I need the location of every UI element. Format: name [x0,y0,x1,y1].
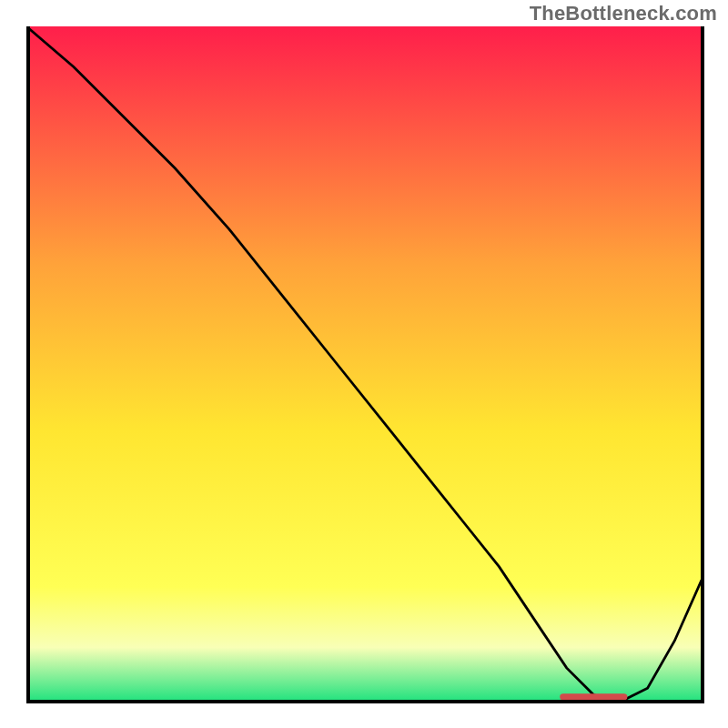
chart-border-bottom [26,700,704,703]
gradient-background [26,26,702,702]
chart-border-right [701,26,704,703]
chart-plot-area [26,26,702,702]
chart-border-left [26,26,30,703]
bottleneck-chart [26,26,702,702]
watermark-text: TheBottleneck.com [530,2,717,25]
